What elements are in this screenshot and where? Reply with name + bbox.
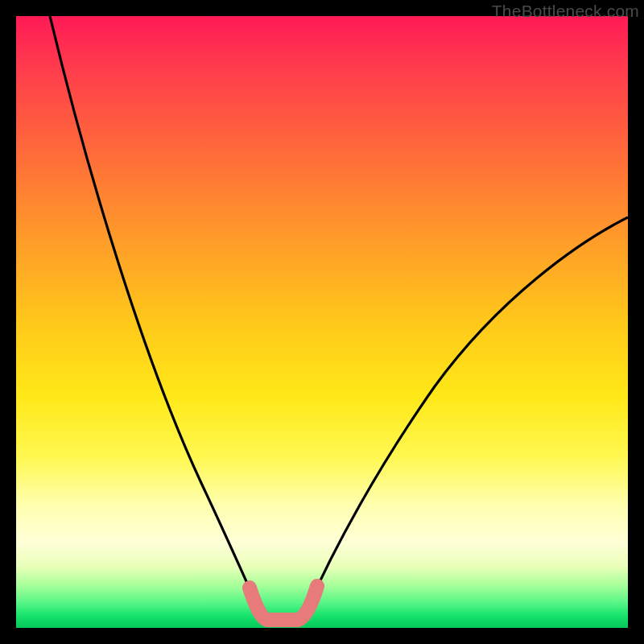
watermark-text: TheBottleneck.com <box>492 2 639 21</box>
right-curve <box>306 217 628 612</box>
chart-frame <box>16 16 628 628</box>
left-curve <box>50 16 260 612</box>
pink-dip-marker <box>250 586 317 620</box>
chart-overlay <box>16 16 628 628</box>
